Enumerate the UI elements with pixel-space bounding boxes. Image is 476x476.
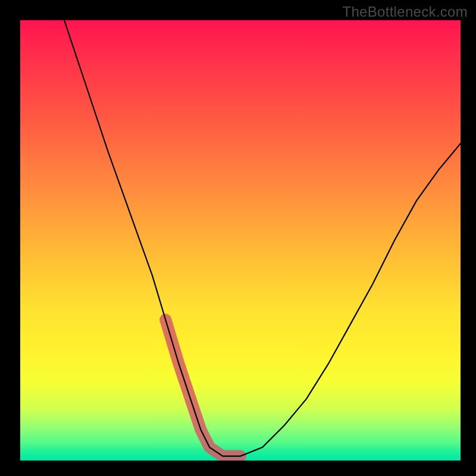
plot-area <box>20 20 461 461</box>
curve-layer <box>20 20 461 461</box>
chart-frame: TheBottleneck.com <box>0 0 476 476</box>
watermark-text: TheBottleneck.com <box>342 4 468 20</box>
bottleneck-curve <box>64 20 461 456</box>
highlight-band <box>165 320 240 456</box>
